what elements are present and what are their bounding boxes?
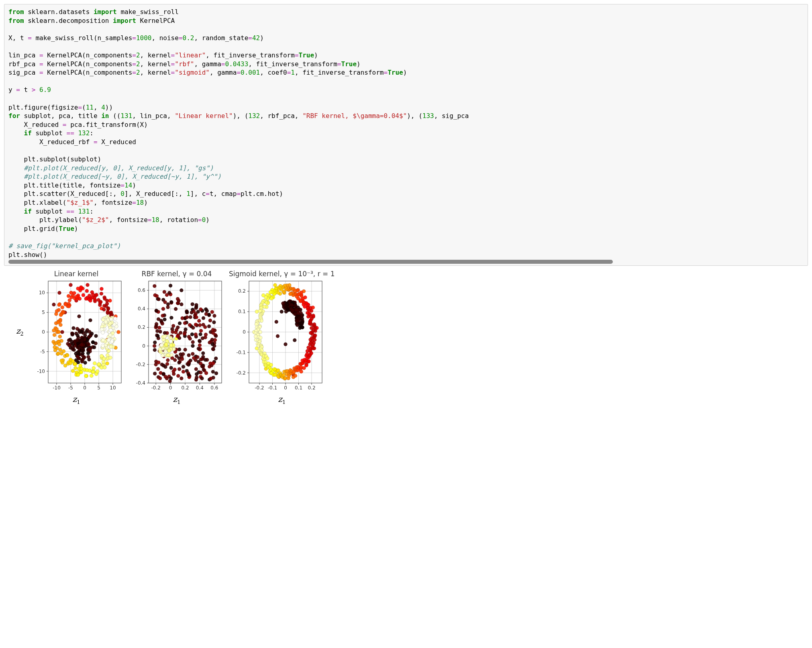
chart-title: Sigmoid kernel, γ = 10⁻³, r = 1 xyxy=(229,270,335,278)
code-source: from sklearn.datasets import make_swiss_… xyxy=(8,8,804,259)
svg-point-555 xyxy=(208,319,212,322)
svg-point-1005 xyxy=(269,363,273,367)
svg-point-832 xyxy=(284,342,288,346)
svg-point-51 xyxy=(63,303,67,306)
svg-text:-0.2: -0.2 xyxy=(136,362,145,367)
svg-text:0: 0 xyxy=(243,329,246,335)
svg-point-67 xyxy=(57,321,60,324)
svg-point-123 xyxy=(90,374,93,378)
svg-point-971 xyxy=(259,336,262,340)
svg-text:0.4: 0.4 xyxy=(138,306,145,312)
svg-point-587 xyxy=(176,297,180,301)
svg-point-676 xyxy=(156,367,160,371)
svg-point-556 xyxy=(153,284,156,288)
svg-text:0: 0 xyxy=(169,385,172,391)
svg-point-409 xyxy=(102,338,105,342)
svg-point-408 xyxy=(109,318,113,321)
svg-point-661 xyxy=(180,357,184,361)
svg-point-755 xyxy=(158,348,162,351)
svg-point-768 xyxy=(169,336,173,340)
svg-point-416 xyxy=(108,333,112,337)
svg-point-128 xyxy=(96,370,99,373)
svg-point-538 xyxy=(210,310,214,314)
svg-point-591 xyxy=(191,352,194,356)
svg-point-627 xyxy=(214,334,218,338)
svg-point-770 xyxy=(160,343,163,347)
svg-point-353 xyxy=(90,332,94,336)
svg-point-187 xyxy=(103,297,106,301)
svg-point-689 xyxy=(161,322,164,326)
svg-point-53 xyxy=(61,306,64,309)
svg-point-539 xyxy=(176,374,180,378)
svg-text:0: 0 xyxy=(284,385,287,391)
svg-text:-0.1: -0.1 xyxy=(237,350,246,355)
svg-point-771 xyxy=(163,335,166,338)
svg-point-757 xyxy=(169,344,173,347)
svg-point-84 xyxy=(57,342,61,346)
svg-point-17 xyxy=(117,330,120,334)
svg-point-584 xyxy=(174,307,177,311)
svg-point-19 xyxy=(106,362,109,365)
svg-point-583 xyxy=(157,298,161,301)
svg-point-37 xyxy=(61,330,64,334)
svg-point-387 xyxy=(109,345,113,348)
svg-text:-0.2: -0.2 xyxy=(237,370,246,376)
svg-point-688 xyxy=(176,302,180,305)
svg-point-452 xyxy=(180,289,183,292)
svg-point-626 xyxy=(203,325,207,329)
chart-rbf: RBF kernel, γ = 0.04 -0.200.20.40.6-0.4-… xyxy=(129,270,225,405)
svg-point-43 xyxy=(68,299,71,302)
svg-point-678 xyxy=(183,332,186,336)
svg-point-659 xyxy=(157,326,161,330)
svg-point-696 xyxy=(187,335,191,338)
svg-text:0: 0 xyxy=(42,329,45,335)
svg-point-601 xyxy=(183,321,187,325)
svg-point-116 xyxy=(80,371,83,374)
svg-point-642 xyxy=(192,310,196,313)
svg-point-73 xyxy=(57,330,61,334)
horizontal-scrollbar-track[interactable] xyxy=(8,260,804,264)
svg-point-342 xyxy=(71,346,75,349)
svg-point-96 xyxy=(65,354,69,357)
svg-point-298 xyxy=(86,355,90,359)
svg-point-532 xyxy=(163,290,166,294)
svg-point-27 xyxy=(94,334,98,338)
svg-point-85 xyxy=(59,348,62,352)
svg-point-778 xyxy=(165,343,168,346)
svg-point-218 xyxy=(75,295,78,299)
svg-point-588 xyxy=(162,372,165,376)
svg-point-609 xyxy=(186,362,190,366)
svg-point-575 xyxy=(198,324,202,327)
svg-point-693 xyxy=(163,300,167,304)
svg-point-697 xyxy=(157,361,160,365)
svg-text:0.2: 0.2 xyxy=(138,325,145,330)
svg-point-595 xyxy=(204,358,207,362)
chart-sigmoid: Sigmoid kernel, γ = 10⁻³, r = 1 -0.2-0.1… xyxy=(229,270,335,405)
svg-point-330 xyxy=(71,333,74,336)
svg-point-666 xyxy=(214,357,218,360)
svg-point-453 xyxy=(191,302,194,306)
svg-point-71 xyxy=(52,329,55,332)
svg-point-115 xyxy=(80,367,83,371)
svg-point-669 xyxy=(179,353,182,356)
x-axis-label: z1 xyxy=(129,394,225,405)
svg-point-29 xyxy=(78,315,81,318)
code-cell[interactable]: from sklearn.datasets import make_swiss_… xyxy=(4,4,808,266)
svg-point-94 xyxy=(60,359,63,363)
svg-point-641 xyxy=(199,371,202,375)
svg-point-180 xyxy=(106,310,110,314)
svg-point-1213 xyxy=(285,306,288,309)
svg-point-211 xyxy=(82,293,85,297)
svg-text:-0.2: -0.2 xyxy=(255,385,264,391)
svg-point-124 xyxy=(92,367,96,370)
svg-point-686 xyxy=(209,377,212,381)
horizontal-scrollbar-thumb[interactable] xyxy=(8,260,613,264)
chart-title: RBF kernel, γ = 0.04 xyxy=(129,270,225,278)
svg-point-1206 xyxy=(296,323,299,327)
svg-point-10 xyxy=(52,303,56,306)
svg-point-216 xyxy=(72,291,76,295)
svg-point-673 xyxy=(199,358,203,361)
svg-point-672 xyxy=(211,370,215,374)
svg-point-779 xyxy=(167,353,170,357)
svg-point-336 xyxy=(91,340,95,344)
